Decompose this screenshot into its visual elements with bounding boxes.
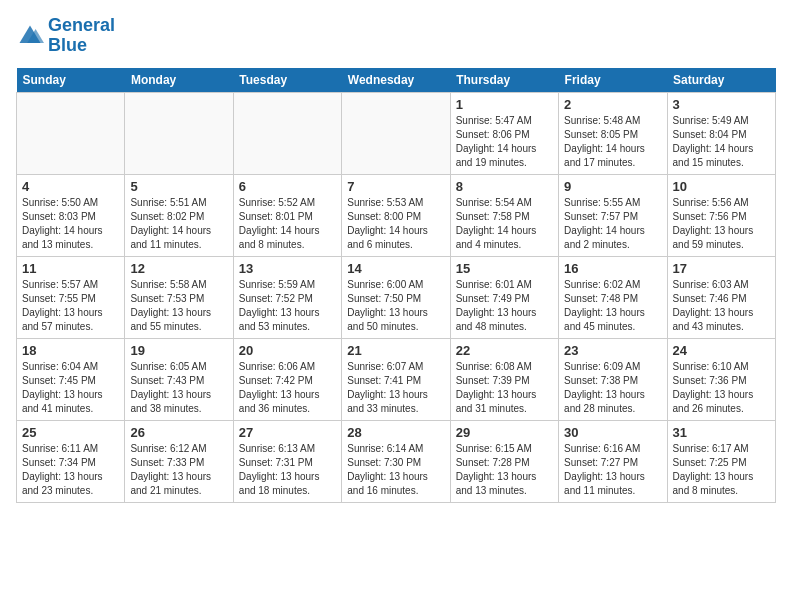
cell-info: Sunrise: 6:10 AMSunset: 7:36 PMDaylight:…	[673, 360, 770, 416]
cell-info: Sunrise: 5:51 AMSunset: 8:02 PMDaylight:…	[130, 196, 227, 252]
calendar-cell	[233, 92, 341, 174]
cell-date: 17	[673, 261, 770, 276]
cell-date: 19	[130, 343, 227, 358]
calendar-week-2: 4Sunrise: 5:50 AMSunset: 8:03 PMDaylight…	[17, 174, 776, 256]
calendar-cell: 12Sunrise: 5:58 AMSunset: 7:53 PMDayligh…	[125, 256, 233, 338]
cell-date: 15	[456, 261, 553, 276]
day-header-thursday: Thursday	[450, 68, 558, 93]
calendar-cell	[342, 92, 450, 174]
cell-info: Sunrise: 5:47 AMSunset: 8:06 PMDaylight:…	[456, 114, 553, 170]
calendar-cell: 13Sunrise: 5:59 AMSunset: 7:52 PMDayligh…	[233, 256, 341, 338]
cell-info: Sunrise: 6:07 AMSunset: 7:41 PMDaylight:…	[347, 360, 444, 416]
cell-info: Sunrise: 5:52 AMSunset: 8:01 PMDaylight:…	[239, 196, 336, 252]
calendar-cell: 5Sunrise: 5:51 AMSunset: 8:02 PMDaylight…	[125, 174, 233, 256]
cell-info: Sunrise: 5:58 AMSunset: 7:53 PMDaylight:…	[130, 278, 227, 334]
day-header-monday: Monday	[125, 68, 233, 93]
day-header-friday: Friday	[559, 68, 667, 93]
calendar-cell: 20Sunrise: 6:06 AMSunset: 7:42 PMDayligh…	[233, 338, 341, 420]
cell-info: Sunrise: 6:13 AMSunset: 7:31 PMDaylight:…	[239, 442, 336, 498]
calendar-cell: 21Sunrise: 6:07 AMSunset: 7:41 PMDayligh…	[342, 338, 450, 420]
calendar-cell: 14Sunrise: 6:00 AMSunset: 7:50 PMDayligh…	[342, 256, 450, 338]
cell-date: 18	[22, 343, 119, 358]
day-header-wednesday: Wednesday	[342, 68, 450, 93]
cell-date: 7	[347, 179, 444, 194]
cell-info: Sunrise: 6:04 AMSunset: 7:45 PMDaylight:…	[22, 360, 119, 416]
calendar-cell: 31Sunrise: 6:17 AMSunset: 7:25 PMDayligh…	[667, 420, 775, 502]
day-header-tuesday: Tuesday	[233, 68, 341, 93]
cell-info: Sunrise: 6:02 AMSunset: 7:48 PMDaylight:…	[564, 278, 661, 334]
calendar-cell: 22Sunrise: 6:08 AMSunset: 7:39 PMDayligh…	[450, 338, 558, 420]
calendar-cell: 19Sunrise: 6:05 AMSunset: 7:43 PMDayligh…	[125, 338, 233, 420]
calendar-cell: 18Sunrise: 6:04 AMSunset: 7:45 PMDayligh…	[17, 338, 125, 420]
cell-date: 3	[673, 97, 770, 112]
cell-date: 4	[22, 179, 119, 194]
cell-info: Sunrise: 6:09 AMSunset: 7:38 PMDaylight:…	[564, 360, 661, 416]
calendar-cell: 2Sunrise: 5:48 AMSunset: 8:05 PMDaylight…	[559, 92, 667, 174]
cell-info: Sunrise: 6:00 AMSunset: 7:50 PMDaylight:…	[347, 278, 444, 334]
calendar-cell: 26Sunrise: 6:12 AMSunset: 7:33 PMDayligh…	[125, 420, 233, 502]
calendar-cell: 17Sunrise: 6:03 AMSunset: 7:46 PMDayligh…	[667, 256, 775, 338]
calendar-cell: 29Sunrise: 6:15 AMSunset: 7:28 PMDayligh…	[450, 420, 558, 502]
cell-info: Sunrise: 6:11 AMSunset: 7:34 PMDaylight:…	[22, 442, 119, 498]
cell-date: 29	[456, 425, 553, 440]
calendar-cell: 16Sunrise: 6:02 AMSunset: 7:48 PMDayligh…	[559, 256, 667, 338]
page-header: General Blue	[16, 16, 776, 56]
cell-date: 20	[239, 343, 336, 358]
calendar-cell: 9Sunrise: 5:55 AMSunset: 7:57 PMDaylight…	[559, 174, 667, 256]
cell-info: Sunrise: 6:03 AMSunset: 7:46 PMDaylight:…	[673, 278, 770, 334]
cell-date: 11	[22, 261, 119, 276]
calendar-cell	[125, 92, 233, 174]
cell-info: Sunrise: 5:57 AMSunset: 7:55 PMDaylight:…	[22, 278, 119, 334]
cell-info: Sunrise: 5:49 AMSunset: 8:04 PMDaylight:…	[673, 114, 770, 170]
cell-info: Sunrise: 5:48 AMSunset: 8:05 PMDaylight:…	[564, 114, 661, 170]
cell-date: 8	[456, 179, 553, 194]
cell-info: Sunrise: 6:01 AMSunset: 7:49 PMDaylight:…	[456, 278, 553, 334]
day-header-saturday: Saturday	[667, 68, 775, 93]
logo-text: General Blue	[48, 16, 115, 56]
calendar-cell: 25Sunrise: 6:11 AMSunset: 7:34 PMDayligh…	[17, 420, 125, 502]
cell-info: Sunrise: 6:12 AMSunset: 7:33 PMDaylight:…	[130, 442, 227, 498]
cell-date: 22	[456, 343, 553, 358]
cell-date: 6	[239, 179, 336, 194]
cell-date: 1	[456, 97, 553, 112]
calendar-week-5: 25Sunrise: 6:11 AMSunset: 7:34 PMDayligh…	[17, 420, 776, 502]
cell-info: Sunrise: 6:05 AMSunset: 7:43 PMDaylight:…	[130, 360, 227, 416]
calendar-cell: 15Sunrise: 6:01 AMSunset: 7:49 PMDayligh…	[450, 256, 558, 338]
cell-date: 12	[130, 261, 227, 276]
logo-icon	[16, 22, 44, 50]
calendar-cell: 24Sunrise: 6:10 AMSunset: 7:36 PMDayligh…	[667, 338, 775, 420]
calendar-cell: 6Sunrise: 5:52 AMSunset: 8:01 PMDaylight…	[233, 174, 341, 256]
cell-date: 30	[564, 425, 661, 440]
cell-date: 9	[564, 179, 661, 194]
cell-info: Sunrise: 5:56 AMSunset: 7:56 PMDaylight:…	[673, 196, 770, 252]
cell-info: Sunrise: 6:14 AMSunset: 7:30 PMDaylight:…	[347, 442, 444, 498]
cell-info: Sunrise: 6:08 AMSunset: 7:39 PMDaylight:…	[456, 360, 553, 416]
cell-date: 24	[673, 343, 770, 358]
calendar-cell: 4Sunrise: 5:50 AMSunset: 8:03 PMDaylight…	[17, 174, 125, 256]
calendar-cell: 28Sunrise: 6:14 AMSunset: 7:30 PMDayligh…	[342, 420, 450, 502]
cell-info: Sunrise: 6:15 AMSunset: 7:28 PMDaylight:…	[456, 442, 553, 498]
calendar-week-1: 1Sunrise: 5:47 AMSunset: 8:06 PMDaylight…	[17, 92, 776, 174]
cell-info: Sunrise: 5:53 AMSunset: 8:00 PMDaylight:…	[347, 196, 444, 252]
calendar-cell: 8Sunrise: 5:54 AMSunset: 7:58 PMDaylight…	[450, 174, 558, 256]
cell-date: 14	[347, 261, 444, 276]
cell-info: Sunrise: 5:50 AMSunset: 8:03 PMDaylight:…	[22, 196, 119, 252]
calendar-cell: 27Sunrise: 6:13 AMSunset: 7:31 PMDayligh…	[233, 420, 341, 502]
day-header-sunday: Sunday	[17, 68, 125, 93]
cell-info: Sunrise: 5:55 AMSunset: 7:57 PMDaylight:…	[564, 196, 661, 252]
cell-date: 25	[22, 425, 119, 440]
cell-date: 31	[673, 425, 770, 440]
calendar-week-3: 11Sunrise: 5:57 AMSunset: 7:55 PMDayligh…	[17, 256, 776, 338]
cell-date: 13	[239, 261, 336, 276]
cell-date: 27	[239, 425, 336, 440]
calendar-cell: 30Sunrise: 6:16 AMSunset: 7:27 PMDayligh…	[559, 420, 667, 502]
calendar-cell: 10Sunrise: 5:56 AMSunset: 7:56 PMDayligh…	[667, 174, 775, 256]
logo: General Blue	[16, 16, 115, 56]
calendar-week-4: 18Sunrise: 6:04 AMSunset: 7:45 PMDayligh…	[17, 338, 776, 420]
cell-info: Sunrise: 5:54 AMSunset: 7:58 PMDaylight:…	[456, 196, 553, 252]
calendar-cell: 7Sunrise: 5:53 AMSunset: 8:00 PMDaylight…	[342, 174, 450, 256]
calendar-table: SundayMondayTuesdayWednesdayThursdayFrid…	[16, 68, 776, 503]
calendar-header-row: SundayMondayTuesdayWednesdayThursdayFrid…	[17, 68, 776, 93]
calendar-cell: 1Sunrise: 5:47 AMSunset: 8:06 PMDaylight…	[450, 92, 558, 174]
cell-date: 16	[564, 261, 661, 276]
